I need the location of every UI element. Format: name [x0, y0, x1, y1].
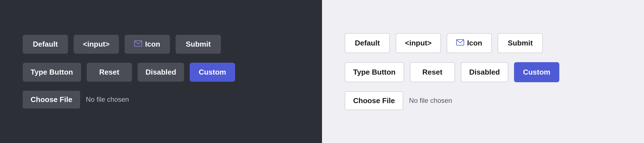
dark-typebutton-button[interactable]: Type Button — [23, 63, 81, 82]
dark-disabled-button[interactable]: Disabled — [138, 63, 184, 82]
light-panel: Default <input> Icon Submit Type Button … — [322, 0, 644, 143]
mail-icon-light — [456, 39, 464, 47]
dark-file-row: Choose File No file chosen — [23, 91, 129, 109]
light-icon-button[interactable]: Icon — [447, 33, 492, 53]
light-choose-file-button[interactable]: Choose File — [345, 91, 403, 110]
light-default-button[interactable]: Default — [345, 33, 390, 53]
dark-no-file-label: No file chosen — [86, 96, 129, 103]
light-row-2: Type Button Reset Disabled Custom — [345, 62, 559, 82]
dark-submit-button[interactable]: Submit — [176, 35, 221, 54]
light-no-file-label: No file chosen — [409, 97, 452, 105]
dark-reset-button[interactable]: Reset — [87, 63, 132, 82]
light-submit-button[interactable]: Submit — [498, 33, 543, 53]
light-input-button[interactable]: <input> — [396, 33, 441, 53]
dark-icon-button[interactable]: Icon — [125, 35, 170, 54]
light-typebutton-button[interactable]: Type Button — [345, 62, 404, 82]
dark-custom-button[interactable]: Custom — [190, 63, 235, 82]
light-icon-label: Icon — [467, 39, 482, 47]
light-row-1: Default <input> Icon Submit — [345, 33, 543, 53]
light-custom-button[interactable]: Custom — [514, 62, 559, 82]
dark-row-1: Default <input> Icon Submit — [23, 35, 221, 54]
light-reset-button[interactable]: Reset — [410, 62, 455, 82]
dark-icon-label: Icon — [145, 40, 160, 49]
light-file-row: Choose File No file chosen — [345, 91, 452, 110]
mail-icon — [134, 40, 142, 49]
dark-default-button[interactable]: Default — [23, 35, 68, 54]
dark-choose-file-button[interactable]: Choose File — [23, 91, 80, 109]
dark-row-2: Type Button Reset Disabled Custom — [23, 63, 235, 82]
light-disabled-button[interactable]: Disabled — [461, 62, 508, 82]
dark-panel: Default <input> Icon Submit Type Button … — [0, 0, 322, 143]
dark-input-button[interactable]: <input> — [74, 35, 119, 54]
